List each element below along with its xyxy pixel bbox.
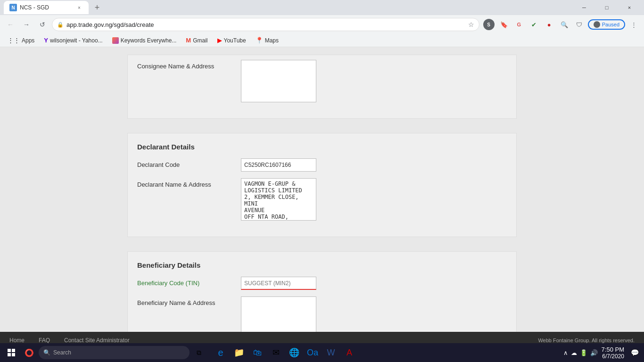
file-explorer-taskbar-app[interactable]: 📁 [231, 344, 248, 361]
chrome-taskbar-app[interactable]: 🌐 [286, 344, 303, 361]
system-icons: ∧ ☁ 🔋 🔊 [563, 349, 598, 356]
maps-icon: 📍 [256, 37, 263, 44]
declarant-code-row: Declarant Code [137, 158, 507, 172]
checkmark-icon[interactable]: ✔ [528, 18, 541, 31]
acrobat-taskbar-app[interactable]: A [341, 344, 358, 361]
window-controls: ─ □ × [573, 0, 640, 15]
beneficiary-name-row: Beneficiary Name & Address [137, 296, 507, 332]
back-button[interactable]: ← [4, 18, 17, 31]
beneficiary-code-row: Beneficiary Code (TIN) [137, 277, 507, 290]
battery-icon[interactable]: 🔋 [580, 349, 587, 356]
search-placeholder: Search [53, 349, 71, 356]
notification-button[interactable]: 💬 [628, 346, 641, 359]
bookmark-icon[interactable]: 🔖 [497, 18, 511, 31]
beneficiary-name-input[interactable] [241, 296, 316, 332]
tab-favicon: N [9, 4, 17, 11]
windows-logo-icon [8, 349, 15, 356]
declarant-details-section: Declarant Details Declarant Code Declara… [127, 133, 517, 237]
declarant-name-input[interactable]: VAGMON E-GRUP & LOGISTICS LIMITED 2, KEM… [241, 178, 316, 221]
apps-bookmark[interactable]: ⋮⋮ Apps [4, 36, 38, 45]
grammarly-icon[interactable]: G [512, 18, 526, 31]
bookmarks-bar: ⋮⋮ Apps Y wilsonjewit - Yahoo... Keyword… [0, 34, 644, 47]
gmail-bookmark[interactable]: M Gmail [182, 36, 211, 45]
keywords-bookmark[interactable]: Keywords Everywhe... [108, 36, 181, 45]
taskbar-apps: e 📁 🛍 ✉ 🌐 Oa W A [212, 344, 358, 361]
maps-label: Maps [265, 37, 279, 44]
shield-icon[interactable]: 🛡 [573, 18, 586, 31]
tab-title: NCS - SGD [20, 4, 73, 11]
close-button[interactable]: × [619, 0, 640, 15]
forward-button[interactable]: → [20, 18, 33, 31]
main-content: Consignee Name & Address Declarant Detai… [0, 47, 644, 332]
maximize-button[interactable]: □ [596, 0, 618, 15]
lastpass-icon[interactable]: ● [543, 18, 556, 31]
start-button[interactable] [3, 344, 20, 361]
footer-home-link[interactable]: Home [9, 337, 25, 344]
declarant-code-label: Declarant Code [137, 158, 241, 168]
outlook-taskbar-app[interactable]: Oa [304, 344, 321, 361]
gmail-icon: M [186, 37, 191, 44]
paused-label: Paused [602, 22, 619, 27]
beneficiary-code-label: Beneficiary Code (TIN) [137, 277, 241, 287]
clock-date: 6/7/2020 [602, 353, 624, 360]
tab-close-button[interactable]: × [75, 4, 83, 11]
bookmark-star-icon[interactable]: ☆ [468, 21, 474, 28]
footer-contact-link[interactable]: Contact Site Administrator [64, 337, 130, 344]
address-bar: ← → ↺ 🔒 app.trade.gov.ng/sgd/sad/create … [0, 15, 644, 34]
minimize-button[interactable]: ─ [573, 0, 595, 15]
consignee-name-row: Consignee Name & Address [137, 60, 507, 102]
yahoo-label: wilsonjewit - Yahoo... [50, 37, 103, 44]
taskbar-right: ∧ ☁ 🔋 🔊 7:50 PM 6/7/2020 💬 [563, 346, 641, 360]
browser-tab[interactable]: N NCS - SGD × [4, 1, 89, 14]
zoom-icon[interactable]: 🔍 [558, 18, 571, 31]
task-view-icon: ⧉ [197, 349, 201, 357]
toolbar-icons: S 🔖 G ✔ ● 🔍 🛡 Paused ⋮ [482, 18, 640, 31]
taskbar: ⭕ 🔍 Search ⧉ e 📁 🛍 ✉ 🌐 Oa W A ∧ ☁ 🔋 🔊 7:… [0, 343, 644, 362]
task-view-button[interactable]: ⧉ [190, 344, 207, 361]
mail-taskbar-app[interactable]: ✉ [267, 344, 284, 361]
taskbar-search[interactable]: 🔍 Search [39, 346, 190, 359]
consignee-section: Consignee Name & Address [127, 55, 517, 119]
keywords-icon [112, 37, 119, 44]
apps-label: Apps [22, 37, 34, 44]
footer-rights-text: Webb Fontaine Group. All rights reserved… [538, 337, 635, 343]
declarant-code-input[interactable] [241, 158, 316, 172]
url-text: app.trade.gov.ng/sgd/sad/create [66, 21, 465, 28]
beneficiary-name-label: Beneficiary Name & Address [137, 296, 241, 306]
chevron-up-icon[interactable]: ∧ [563, 349, 568, 356]
declarant-section-title: Declarant Details [137, 143, 507, 151]
cortana-button[interactable]: ⭕ [21, 344, 38, 361]
beneficiary-details-section: Beneficiary Details Beneficiary Code (TI… [127, 251, 517, 332]
new-tab-button[interactable]: + [91, 1, 104, 14]
maps-bookmark[interactable]: 📍 Maps [252, 36, 282, 45]
word-taskbar-app[interactable]: W [322, 344, 339, 361]
gmail-label: Gmail [193, 37, 207, 44]
youtube-bookmark[interactable]: ▶ YouTube [214, 36, 250, 45]
url-bar[interactable]: 🔒 app.trade.gov.ng/sgd/sad/create ☆ [52, 18, 479, 31]
cortana-icon: ⭕ [25, 348, 34, 357]
beneficiary-code-input[interactable] [241, 277, 316, 290]
consignee-name-input[interactable] [241, 60, 316, 102]
apps-grid-icon: ⋮⋮ [8, 37, 20, 44]
menu-button[interactable]: ⋮ [627, 18, 640, 31]
footer-faq-link[interactable]: FAQ [39, 337, 50, 344]
youtube-label: YouTube [224, 37, 246, 44]
clock-time: 7:50 PM [602, 346, 624, 353]
yahoo-bookmark[interactable]: Y wilsonjewit - Yahoo... [40, 36, 106, 45]
notification-icon: 💬 [631, 349, 639, 356]
declarant-name-label: Declarant Name & Address [137, 178, 241, 188]
edge-taskbar-app[interactable]: e [212, 344, 229, 361]
system-clock[interactable]: 7:50 PM 6/7/2020 [602, 346, 624, 360]
consignee-name-label: Consignee Name & Address [137, 60, 241, 70]
paused-button[interactable]: Paused [588, 19, 625, 30]
store-taskbar-app[interactable]: 🛍 [249, 344, 266, 361]
user-small-avatar [594, 21, 600, 28]
network-icon[interactable]: ☁ [571, 349, 577, 356]
volume-icon[interactable]: 🔊 [590, 349, 598, 356]
refresh-button[interactable]: ↺ [36, 18, 49, 31]
keywords-label: Keywords Everywhe... [121, 37, 177, 44]
declarant-name-row: Declarant Name & Address VAGMON E-GRUP &… [137, 178, 507, 221]
yahoo-icon: Y [44, 37, 48, 44]
extensions-icon[interactable]: S [482, 18, 495, 31]
titlebar: N NCS - SGD × + ─ □ × [0, 0, 644, 15]
